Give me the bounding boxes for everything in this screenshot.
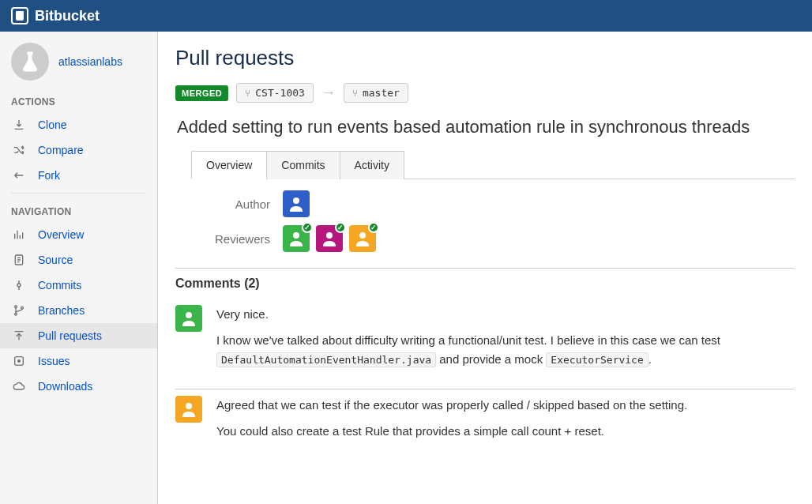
sidebar-action-clone[interactable]: Clone bbox=[0, 112, 157, 137]
comments-heading: Comments (2) bbox=[175, 268, 795, 291]
comment-avatar[interactable] bbox=[175, 396, 202, 423]
nav-label: Overview bbox=[38, 228, 84, 241]
project-header[interactable]: atlassianlabs bbox=[0, 32, 157, 88]
main-content: Pull requests MERGED ⑂ CST-1003 → ⑂ mast… bbox=[158, 32, 812, 504]
sidebar-action-compare[interactable]: Compare bbox=[0, 137, 157, 163]
person-icon bbox=[287, 194, 306, 213]
pr-title: Added setting to run events based automa… bbox=[177, 117, 793, 137]
nav-label: Branches bbox=[38, 304, 85, 317]
brand-label: Bitbucket bbox=[35, 8, 100, 24]
branch-icon: ⑂ bbox=[352, 88, 358, 99]
divider bbox=[11, 193, 146, 194]
comment-body: Very nice. I know we've talked about dif… bbox=[216, 305, 795, 376]
target-branch-chip[interactable]: ⑂ master bbox=[344, 83, 408, 103]
project-avatar bbox=[11, 43, 49, 81]
author-avatar[interactable] bbox=[283, 190, 310, 217]
reviewers-row: Reviewers bbox=[191, 225, 795, 252]
sidebar-nav-pull-requests[interactable]: Pull requests bbox=[0, 323, 157, 348]
nav-label: Source bbox=[38, 254, 73, 266]
sidebar-nav-source[interactable]: Source bbox=[0, 247, 157, 273]
sidebar: atlassianlabs ACTIONS Clone Compare Fork… bbox=[0, 32, 158, 504]
file-icon bbox=[11, 254, 27, 266]
branch-icon: ⑂ bbox=[245, 88, 250, 99]
section-navigation-heading: NAVIGATION bbox=[0, 198, 157, 222]
comment-text-line: Agreed that we can test if the executor … bbox=[216, 396, 687, 414]
nav-label: Clone bbox=[38, 118, 67, 131]
shuffle-icon bbox=[11, 144, 27, 156]
sidebar-nav-overview[interactable]: Overview bbox=[0, 222, 157, 247]
bitbucket-logo-icon bbox=[11, 7, 28, 24]
person-icon bbox=[287, 229, 306, 248]
source-branch-label: CST-1003 bbox=[255, 87, 305, 99]
branch-icon bbox=[11, 304, 27, 317]
svg-point-6 bbox=[18, 360, 21, 363]
reviewer-avatar[interactable] bbox=[283, 225, 310, 252]
nav-label: Commits bbox=[38, 279, 81, 291]
comment: Agreed that we can test if the executor … bbox=[175, 389, 795, 461]
reviewer-avatar[interactable] bbox=[316, 225, 343, 252]
pull-request-icon bbox=[11, 329, 27, 342]
person-icon bbox=[179, 309, 198, 328]
sidebar-action-fork[interactable]: Fork bbox=[0, 163, 157, 188]
comment-text-line: I know we've talked about difficulty wri… bbox=[216, 331, 795, 368]
comment-text-line: You could also create a test Rule that p… bbox=[216, 422, 687, 440]
download-icon bbox=[11, 118, 27, 131]
cloud-download-icon bbox=[11, 380, 27, 393]
pr-meta-row: MERGED ⑂ CST-1003 → ⑂ master bbox=[175, 83, 795, 103]
sidebar-nav-issues[interactable]: Issues bbox=[0, 348, 157, 374]
approved-check-icon bbox=[302, 222, 313, 233]
reviewers-list bbox=[283, 225, 379, 252]
approved-check-icon bbox=[335, 222, 346, 233]
code-snippet: ExecutorService bbox=[546, 352, 648, 367]
comment-avatar[interactable] bbox=[175, 305, 202, 332]
arrow-right-icon: → bbox=[321, 85, 336, 101]
section-actions-heading: ACTIONS bbox=[0, 88, 157, 112]
nav-label: Issues bbox=[38, 355, 70, 367]
fork-arrow-icon bbox=[11, 169, 27, 182]
project-name[interactable]: atlassianlabs bbox=[58, 55, 122, 68]
reviewers-label: Reviewers bbox=[191, 232, 270, 246]
tab-overview[interactable]: Overview bbox=[191, 151, 267, 179]
svg-point-4 bbox=[21, 307, 24, 309]
nav-label: Fork bbox=[38, 169, 60, 182]
nav-label: Pull requests bbox=[38, 329, 102, 342]
sidebar-nav-branches[interactable]: Branches bbox=[0, 298, 157, 323]
page-title: Pull requests bbox=[175, 46, 795, 70]
comment-text-line: Very nice. bbox=[216, 305, 795, 323]
sidebar-nav-downloads[interactable]: Downloads bbox=[0, 374, 157, 399]
commit-icon bbox=[11, 279, 27, 291]
svg-point-3 bbox=[15, 313, 17, 315]
bars-icon bbox=[11, 228, 27, 241]
comment: Very nice. I know we've talked about dif… bbox=[175, 299, 795, 389]
source-branch-chip[interactable]: ⑂ CST-1003 bbox=[236, 83, 314, 103]
flask-icon bbox=[18, 50, 42, 73]
code-snippet: DefaultAutomationEventHandler.java bbox=[216, 352, 436, 367]
tab-activity[interactable]: Activity bbox=[340, 151, 404, 179]
svg-point-1 bbox=[17, 284, 21, 287]
tab-commits[interactable]: Commits bbox=[266, 151, 340, 179]
issue-icon bbox=[11, 355, 27, 367]
nav-label: Downloads bbox=[38, 380, 92, 393]
pr-tabs: Overview Commits Activity bbox=[191, 150, 795, 179]
author-row: Author bbox=[191, 190, 795, 217]
person-icon bbox=[320, 229, 339, 248]
comment-body: Agreed that we can test if the executor … bbox=[216, 396, 687, 449]
nav-label: Compare bbox=[38, 144, 84, 156]
person-icon bbox=[179, 400, 198, 419]
target-branch-label: master bbox=[363, 87, 400, 99]
brand[interactable]: Bitbucket bbox=[11, 7, 100, 24]
reviewer-avatar[interactable] bbox=[349, 225, 376, 252]
sidebar-nav-commits[interactable]: Commits bbox=[0, 273, 157, 298]
top-bar: Bitbucket bbox=[0, 0, 812, 32]
state-badge: MERGED bbox=[175, 85, 228, 101]
author-label: Author bbox=[191, 197, 270, 211]
svg-point-2 bbox=[15, 306, 17, 308]
approved-check-icon bbox=[368, 222, 379, 233]
person-icon bbox=[353, 229, 372, 248]
